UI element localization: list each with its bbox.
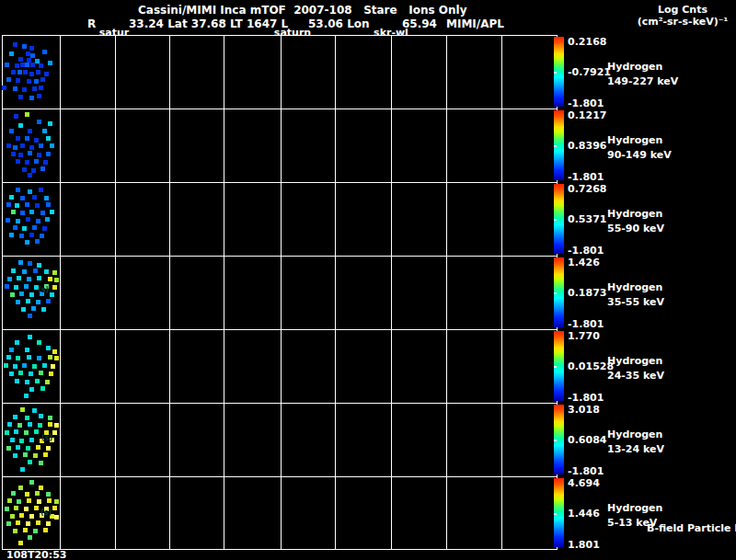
data-pixel [45,217,50,222]
grid-line-horizontal [2,329,558,330]
data-pixel [27,498,31,503]
data-pixel [36,520,40,525]
data-pixel [35,379,40,383]
data-pixel [14,429,18,434]
scale-mid-value: 0.1873 [568,287,606,299]
data-pixel [15,63,19,68]
data-pixel [44,196,49,200]
data-pixel [43,528,48,532]
colorbar-mid-tick [554,440,557,441]
data-pixel [33,269,38,273]
data-pixel [52,270,57,275]
data-pixel [11,491,16,496]
data-pixel [16,520,20,525]
data-pixel [39,486,43,490]
scale-bottom-value: -1.801 [568,318,604,330]
data-pixel [20,143,25,148]
data-pixel [9,371,14,376]
data-pixel [6,355,11,360]
data-pixel [44,72,49,76]
colorbar-mid-tick [554,292,557,294]
channel-energy-label: 24-35 keV [607,370,664,382]
data-pixel [22,226,27,231]
data-pixel [27,79,31,84]
axis-annotation-label: satur [99,27,129,39]
colorbar-mid-tick [554,513,557,515]
data-pixel [37,499,41,504]
data-pixel [18,123,23,128]
grid-line-horizontal [2,476,558,477]
grid-line-vertical [501,35,502,549]
grid-line-vertical [391,35,392,549]
data-pixel [46,299,51,303]
data-pixel [11,269,16,273]
data-pixel [13,42,17,47]
data-pixel [37,120,41,124]
scale-top-value: 1.770 [568,330,600,342]
channel-species-label: Hydrogen [607,134,662,146]
data-pixel [22,44,27,49]
data-pixel [47,498,52,503]
data-pixel [36,445,40,450]
data-pixel [33,529,38,533]
data-pixel [35,491,40,496]
data-pixel [10,514,15,519]
data-pixel [46,152,51,156]
colorbar-mid-tick [554,219,557,221]
data-pixel [28,460,32,464]
scale-mid-value: 0.8396 [568,140,606,152]
axis-annotation-label: saturn [274,27,311,39]
data-pixel [28,173,32,177]
data-pixel [49,371,53,376]
grid-line-vertical [281,35,282,549]
data-pixel [36,70,40,74]
data-pixel [43,160,48,165]
scale-mid-value: -0.7921 [568,66,611,78]
data-pixel [24,507,29,511]
channel-species-label: Hydrogen [607,61,662,73]
data-pixel [35,239,40,244]
data-pixel [39,63,43,68]
scale-top-value: 0.7268 [568,183,606,195]
data-pixel [13,225,17,230]
grid-line-horizontal [2,182,558,183]
data-pixel [48,422,52,427]
data-pixel [29,387,34,392]
data-pixel [23,452,28,457]
data-pixel [39,414,43,418]
grid-line-vertical [2,35,3,549]
data-pixel [29,292,34,297]
data-pixel [25,202,29,207]
data-pixel [34,159,39,164]
channel-species-label: Hydrogen [607,429,662,440]
data-pixel [14,506,18,510]
scale-bottom-value: -1.801 [568,171,604,183]
data-pixel [29,210,34,214]
scale-bottom-value: 1.801 [568,539,600,551]
data-pixel [39,371,43,375]
data-pixel [26,446,30,451]
data-pixel [40,386,45,391]
data-pixel [28,151,32,155]
data-pixel [15,340,19,345]
data-pixel [18,541,23,545]
data-pixel [16,188,20,192]
scale-top-value: 1.426 [568,257,600,269]
data-pixel [44,269,49,274]
grid-line-horizontal [2,549,558,550]
data-pixel [46,446,51,451]
data-pixel [28,535,32,540]
data-pixel [13,415,17,419]
data-pixel [18,371,23,375]
scale-mid-value: 0.5371 [568,213,606,225]
data-pixel [22,269,27,274]
data-pixel [6,143,11,148]
channel-species-label: Hydrogen [607,208,662,220]
data-pixel [16,136,20,141]
scale-mid-value: 0.6084 [568,434,606,446]
data-pixel [18,260,23,265]
data-pixel [19,291,24,296]
data-pixel [10,292,15,297]
data-pixel [29,438,34,442]
data-pixel [9,233,14,237]
